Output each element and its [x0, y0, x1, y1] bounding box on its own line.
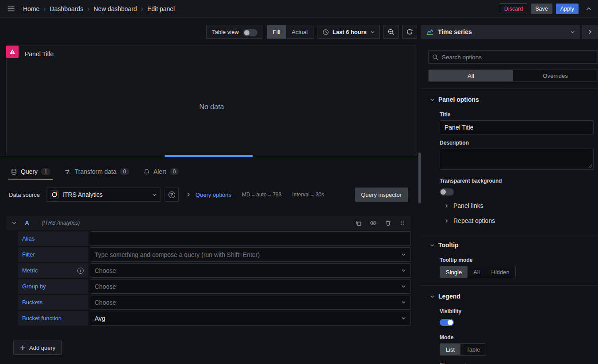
hide-query-icon[interactable] — [370, 219, 377, 226]
table-view-label: Table view — [212, 29, 239, 35]
filter-select[interactable]: Type something and compose a query (run … — [90, 247, 411, 262]
legend-mode-table[interactable]: Table — [460, 344, 486, 355]
visualization-name: Time series — [438, 28, 566, 35]
interval-stat: Interval = 30s — [292, 192, 324, 198]
actual-option[interactable]: Actual — [286, 25, 314, 38]
table-view-toggle[interactable] — [243, 29, 257, 36]
group-by-row: Group by Choose — [18, 279, 411, 294]
query-header[interactable]: A (ITRS Analytics) — [6, 216, 411, 230]
tab-transform-data[interactable]: Transform data 0 — [61, 164, 133, 180]
legend-mode-list[interactable]: List — [440, 344, 460, 355]
query-datasource-hint: (ITRS Analytics) — [42, 220, 80, 226]
main-scrollbar[interactable] — [418, 18, 421, 364]
datasource-picker[interactable]: ITRS Analytics — [46, 188, 161, 202]
panel-title-input[interactable] — [440, 120, 594, 134]
zoom-out-time-button[interactable] — [383, 25, 399, 39]
chevron-up-icon[interactable] — [586, 6, 592, 12]
tooltip-header[interactable]: Tooltip — [421, 238, 598, 252]
tooltip-mode-single[interactable]: Single — [440, 266, 468, 278]
legend-body: Visibility Mode List Table Placement — [421, 308, 598, 364]
legend-header[interactable]: Legend — [421, 289, 598, 303]
filter-placeholder: Type something and compose a query (run … — [95, 251, 398, 258]
breadcrumb-home[interactable]: Home — [23, 5, 39, 12]
description-field — [440, 149, 594, 170]
refresh-button[interactable] — [402, 25, 417, 39]
legend-visibility-toggle[interactable] — [440, 319, 454, 326]
description-textarea[interactable] — [440, 149, 594, 170]
apply-button[interactable]: Apply — [556, 4, 579, 14]
editor-resize-handle[interactable] — [0, 155, 418, 158]
panel-preview: Panel Title No data — [6, 46, 417, 155]
breadcrumb-separator-icon: › — [87, 5, 89, 12]
datasource-label: Data source — [9, 192, 40, 198]
tab-all-options[interactable]: All — [429, 70, 513, 81]
chevron-down-icon — [570, 30, 575, 34]
tooltip-mode-all[interactable]: All — [468, 266, 485, 278]
metric-row: Metric i Choose — [18, 263, 411, 278]
query-inspector-button[interactable]: Query inspector — [355, 188, 408, 202]
save-button[interactable]: Save — [531, 4, 552, 14]
query-options-link[interactable]: Query options — [196, 192, 231, 198]
repeat-options-row[interactable]: Repeat options — [421, 215, 598, 227]
time-series-icon — [426, 28, 433, 35]
tooltip-mode-label: Tooltip mode — [440, 257, 594, 263]
resize-grip-icon[interactable] — [588, 164, 592, 168]
visualization-picker[interactable]: Time series — [421, 25, 580, 39]
options-tabs: All Overrides — [428, 69, 598, 82]
resize-grip[interactable] — [165, 155, 253, 157]
discard-button[interactable]: Discard — [500, 4, 527, 14]
alias-field — [90, 231, 411, 246]
query-ref-id: A — [25, 219, 29, 226]
table-view-control: Table view — [206, 25, 263, 39]
duplicate-query-icon[interactable] — [355, 220, 362, 226]
delete-query-icon[interactable] — [385, 220, 391, 226]
drag-handle-icon[interactable] — [399, 220, 406, 226]
topbar-actions: Discard Save Apply — [500, 4, 592, 14]
bucket-function-value: Avg — [95, 315, 398, 322]
menu-icon[interactable] — [7, 5, 15, 13]
panel-links-row[interactable]: Panel links — [421, 199, 598, 212]
transparent-background-toggle[interactable] — [440, 188, 454, 195]
time-range-picker[interactable]: Last 6 hours — [318, 25, 380, 39]
breadcrumb-new-dashboard[interactable]: New dashboard — [94, 5, 137, 12]
buckets-select[interactable]: Choose — [90, 295, 411, 310]
tab-alert[interactable]: Alert 0 — [140, 164, 182, 180]
metric-select[interactable]: Choose — [90, 263, 411, 278]
itrs-analytics-logo — [50, 190, 59, 199]
query-editor-card: A (ITRS Analytics) — [6, 216, 411, 326]
question-circle-icon: ? — [169, 192, 175, 198]
add-query-label: Add query — [29, 345, 55, 351]
collapse-options-pane-button[interactable] — [582, 25, 598, 39]
tooltip-mode-hidden[interactable]: Hidden — [486, 266, 515, 278]
visibility-label: Visibility — [440, 308, 594, 314]
panel-options-section: Panel options Title Description Transpar… — [421, 88, 598, 234]
bucket-function-select[interactable]: Avg — [90, 311, 411, 326]
panel-options-header[interactable]: Panel options — [421, 92, 598, 107]
info-circle-icon[interactable]: i — [77, 268, 84, 274]
collapse-chevron-icon[interactable] — [12, 220, 17, 226]
options-search-input[interactable] — [442, 54, 594, 61]
breadcrumb-dashboards[interactable]: Dashboards — [50, 5, 84, 12]
group-by-select[interactable]: Choose — [90, 279, 411, 294]
chevron-right-icon[interactable] — [186, 192, 191, 197]
tab-query[interactable]: Query 1 — [7, 164, 54, 180]
datasource-row: Data source ITRS Analytics ? Query optio… — [6, 187, 418, 203]
bell-icon — [143, 169, 150, 175]
legend-section: Legend Visibility Mode List Table Placem… — [421, 285, 598, 364]
add-query-button[interactable]: Add query — [13, 341, 62, 355]
visualization-header: Time series — [421, 25, 598, 39]
buckets-row: Buckets Choose — [18, 295, 411, 310]
alert-count-badge: 0 — [170, 168, 179, 175]
tab-overrides[interactable]: Overrides — [513, 70, 598, 81]
bucket-function-label: Bucket function — [18, 311, 88, 326]
fill-option[interactable]: Fill — [267, 25, 286, 38]
datasource-help-button[interactable]: ? — [165, 188, 179, 202]
bucket-function-row: Bucket function Avg — [18, 311, 411, 326]
no-data-message: No data — [7, 46, 417, 155]
scrollbar-thumb[interactable] — [418, 153, 421, 203]
toggle-knob — [244, 30, 249, 35]
filter-row: Filter Type something and compose a quer… — [18, 247, 411, 262]
legend-mode-label: Mode — [440, 334, 594, 341]
title-label: Title — [440, 111, 594, 118]
alias-input[interactable] — [95, 235, 406, 242]
